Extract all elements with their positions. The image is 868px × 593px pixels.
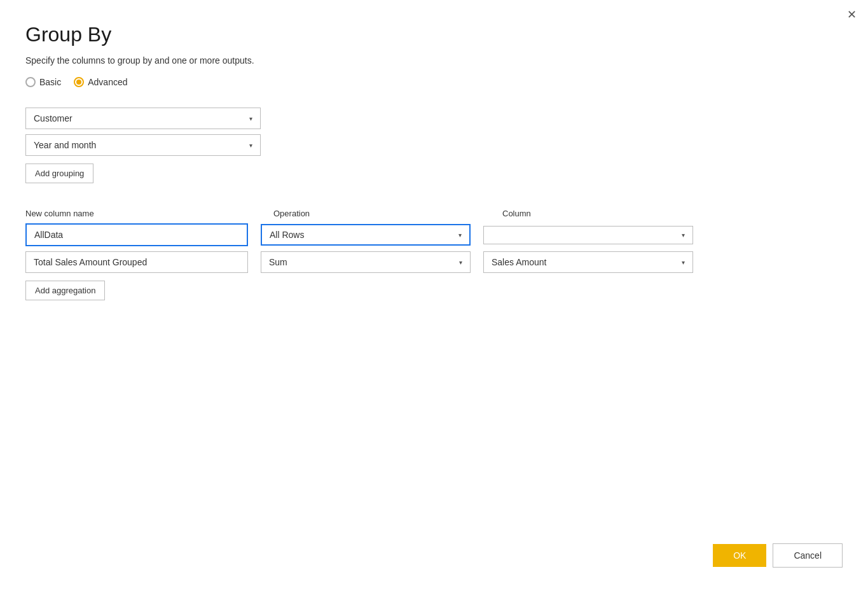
operation-dropdown-1-value: All Rows [270, 230, 304, 240]
dialog-footer: OK Cancel [713, 543, 843, 568]
label-operation: Operation [273, 209, 490, 218]
radio-basic[interactable]: Basic [25, 77, 61, 87]
dialog-title: Group By [25, 23, 843, 46]
aggregation-labels: New column name Operation Column [25, 209, 843, 218]
aggregation-row-2: Sum ▾ Sales Amount ▾ [25, 251, 843, 273]
add-grouping-button[interactable]: Add grouping [25, 164, 93, 183]
radio-advanced-circle [74, 77, 84, 87]
label-column: Column [502, 209, 719, 218]
customer-dropdown-chevron: ▾ [249, 115, 252, 122]
dialog-subtitle: Specify the columns to group by and one … [25, 55, 843, 66]
radio-group: Basic Advanced [25, 77, 843, 87]
group-by-dialog: ✕ Group By Specify the columns to group … [0, 0, 868, 593]
close-button[interactable]: ✕ [847, 9, 857, 20]
operation-dropdown-2-chevron: ▾ [459, 259, 462, 266]
radio-basic-label: Basic [39, 77, 61, 87]
customer-dropdown[interactable]: Customer ▾ [25, 108, 261, 129]
column-dropdown-1[interactable]: ▾ [483, 226, 693, 244]
operation-dropdown-2-value: Sum [269, 257, 287, 267]
year-month-dropdown[interactable]: Year and month ▾ [25, 134, 261, 156]
year-month-dropdown-chevron: ▾ [249, 142, 252, 149]
radio-basic-circle [25, 77, 36, 87]
operation-dropdown-1-chevron: ▾ [458, 232, 462, 239]
year-month-dropdown-value: Year and month [34, 140, 96, 150]
operation-dropdown-1[interactable]: All Rows ▾ [261, 224, 471, 246]
column-dropdown-2[interactable]: Sales Amount ▾ [483, 251, 693, 273]
column-dropdown-2-chevron: ▾ [682, 259, 685, 266]
aggregation-row-1: All Rows ▾ ▾ [25, 223, 843, 246]
new-column-name-input-1[interactable] [25, 223, 248, 246]
customer-dropdown-value: Customer [34, 113, 72, 123]
radio-advanced-label: Advanced [88, 77, 127, 87]
ok-button[interactable]: OK [713, 544, 766, 567]
radio-advanced[interactable]: Advanced [74, 77, 127, 87]
add-aggregation-button[interactable]: Add aggregation [25, 281, 105, 300]
label-new-column-name: New column name [25, 209, 261, 218]
aggregation-section: New column name Operation Column All Row… [25, 209, 843, 300]
column-dropdown-1-chevron: ▾ [682, 232, 685, 239]
operation-dropdown-2[interactable]: Sum ▾ [261, 251, 471, 273]
grouping-section: Customer ▾ Year and month ▾ Add grouping [25, 108, 843, 183]
cancel-button[interactable]: Cancel [773, 543, 843, 568]
new-column-name-input-2[interactable] [25, 251, 248, 273]
column-dropdown-2-value: Sales Amount [492, 257, 546, 267]
